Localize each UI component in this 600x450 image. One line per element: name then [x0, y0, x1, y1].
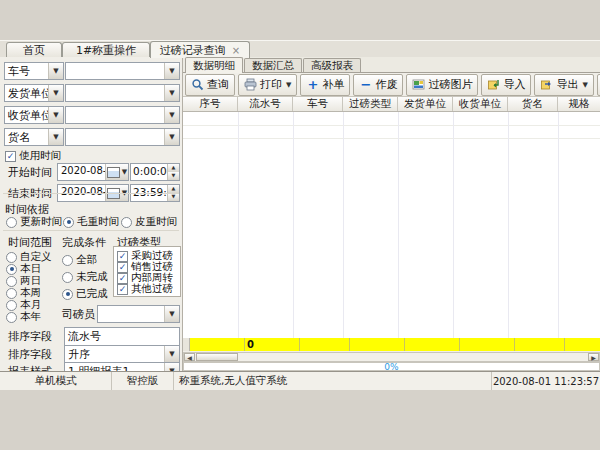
- status-mode: 单机模式: [0, 372, 112, 390]
- radio-unfinished[interactable]: 未完成: [62, 270, 108, 284]
- col-header-spec[interactable]: 规格: [558, 97, 600, 111]
- radio-update-time[interactable]: 更新时间: [6, 215, 62, 229]
- goods-value-combo[interactable]: ▼: [65, 128, 180, 146]
- print-button[interactable]: 打印 ▼: [238, 74, 297, 96]
- shipper-field-select[interactable]: 发货单位▼: [4, 84, 64, 102]
- tab-weighing-operation[interactable]: 1#称重操作: [62, 42, 150, 58]
- shipper-value-combo[interactable]: ▼: [65, 84, 180, 102]
- spinner-arrows-icon[interactable]: ▲▼: [167, 164, 179, 180]
- calendar-icon[interactable]: ▼: [105, 164, 128, 180]
- chevron-down-icon[interactable]: ▼: [164, 129, 179, 145]
- report-style-combo[interactable]: 1.明细报表1▼: [64, 362, 180, 371]
- col-header-seq[interactable]: 序号: [183, 97, 238, 111]
- horizontal-scrollbar[interactable]: ◀ ▶: [183, 352, 600, 362]
- data-panel: 数据明细 数据汇总 高级报表 查询 打印 ▼ + 补单 −: [183, 57, 600, 371]
- vehicle-no-value-combo[interactable]: ▼: [65, 62, 180, 80]
- summary-cell: [405, 338, 460, 351]
- receiver-field-select[interactable]: 收货单位▼: [4, 106, 64, 124]
- data-subtab-strip: 数据明细 数据汇总 高级报表: [183, 57, 600, 73]
- radio-gross-time[interactable]: 毛重时间: [63, 215, 119, 229]
- col-header-weigh-type[interactable]: 过磅类型: [343, 97, 398, 111]
- search-icon: [191, 78, 204, 91]
- export-button[interactable]: 导出 ▼: [534, 74, 593, 96]
- query-button[interactable]: 查询: [185, 74, 235, 96]
- summary-cell: [300, 338, 350, 351]
- chevron-down-icon[interactable]: ▼: [164, 306, 179, 322]
- chevron-down-icon[interactable]: ▼: [164, 85, 179, 101]
- status-edition: 智控版: [112, 372, 174, 390]
- summary-cell: [565, 338, 600, 351]
- tab-weighing-record-query[interactable]: 过磅记录查询 ×: [150, 41, 250, 58]
- tab-weighing-record-query-label: 过磅记录查询: [160, 43, 226, 58]
- status-bar: 单机模式 智控版 称重系统,无人值守系统 2020-08-01 11:23:57: [0, 371, 600, 390]
- void-button[interactable]: − 作废: [353, 74, 403, 96]
- chevron-down-icon[interactable]: ▼: [164, 346, 179, 362]
- receiver-value-combo[interactable]: ▼: [65, 106, 180, 124]
- chevron-down-icon[interactable]: ▼: [582, 81, 587, 89]
- sort-field-input[interactable]: 流水号: [64, 327, 180, 346]
- radio-tare-time[interactable]: 皮重时间: [121, 215, 177, 229]
- radio-icon: [6, 276, 17, 287]
- status-system-name: 称重系统,无人值守系统: [174, 372, 492, 390]
- subtab-data-summary[interactable]: 数据汇总: [244, 58, 302, 72]
- radio-this-year[interactable]: 本年: [6, 310, 41, 324]
- table-body[interactable]: [183, 112, 600, 338]
- chevron-down-icon[interactable]: ▼: [286, 81, 291, 89]
- chevron-down-icon[interactable]: ▼: [48, 63, 63, 79]
- col-header-serial-no[interactable]: 流水号: [238, 97, 293, 111]
- chevron-down-icon[interactable]: ▼: [164, 363, 179, 371]
- chevron-down-icon[interactable]: ▼: [48, 107, 63, 123]
- radio-all[interactable]: 全部: [62, 253, 97, 267]
- chevron-down-icon[interactable]: ▼: [164, 63, 179, 79]
- goods-field-select[interactable]: 货名▼: [4, 128, 64, 146]
- photo-icon: [412, 78, 425, 91]
- close-icon[interactable]: ×: [232, 45, 240, 56]
- start-time-spinner[interactable]: 0:00:00 ▲▼: [130, 163, 180, 181]
- col-header-goods[interactable]: 货名: [508, 97, 558, 111]
- tab-home[interactable]: 首页: [6, 42, 62, 58]
- col-header-shipper[interactable]: 发货单位: [398, 97, 453, 111]
- checkbox-checked-icon: ✓: [117, 284, 128, 295]
- weigh-photo-button[interactable]: 过磅图片: [406, 74, 478, 96]
- scroll-right-icon[interactable]: ▶: [588, 353, 599, 361]
- radio-icon: [6, 300, 17, 311]
- supplement-order-button[interactable]: + 补单: [300, 74, 350, 96]
- summary-cell-serial-count: 0: [245, 338, 300, 351]
- toolbar: 查询 打印 ▼ + 补单 − 作废 过磅图片 导入: [183, 73, 600, 96]
- subtab-data-detail[interactable]: 数据明细: [185, 57, 243, 73]
- time-range-label: 时间范围: [8, 235, 52, 250]
- sort-order-label: 排序字段: [8, 347, 52, 362]
- chevron-down-icon[interactable]: ▼: [48, 85, 63, 101]
- progress-label: 0%: [384, 362, 398, 372]
- chevron-down-icon[interactable]: ▼: [48, 129, 63, 145]
- import-button[interactable]: 导入: [481, 74, 531, 96]
- checkbox-other-weigh[interactable]: ✓其他过磅: [117, 282, 173, 296]
- use-time-checkbox[interactable]: ✓ 使用时间: [5, 149, 61, 163]
- radio-icon: [62, 272, 73, 283]
- printer-icon: [244, 78, 257, 91]
- filter-panel: 车号▼ ▼ 发货单位▼ ▼ 收货单位▼ ▼ 货名▼ ▼ ✓ 使用时间 开始时间 …: [0, 57, 183, 371]
- plus-icon: +: [306, 78, 319, 91]
- radio-selected-icon: [63, 217, 74, 228]
- col-header-vehicle-no[interactable]: 车号: [293, 97, 343, 111]
- progress-bar: 0%: [183, 362, 600, 371]
- summary-cell: [515, 338, 565, 351]
- radio-icon: [121, 217, 132, 228]
- scrollbar-thumb[interactable]: [196, 353, 238, 361]
- checkbox-checked-icon: ✓: [5, 151, 16, 162]
- tab-weighing-operation-label: 1#称重操作: [76, 43, 136, 58]
- finish-cond-label: 完成条件: [62, 235, 106, 250]
- export-icon: [540, 78, 553, 91]
- subtab-advanced-report[interactable]: 高级报表: [303, 58, 361, 72]
- col-header-receiver[interactable]: 收货单位: [453, 97, 508, 111]
- weigher-combo[interactable]: ▼: [97, 305, 180, 323]
- sort-order-combo[interactable]: 升序▼: [64, 345, 180, 363]
- weigh-type-box: ✓采购过磅 ✓销售过磅 ✓内部周转 ✓其他过磅: [113, 246, 181, 297]
- radio-finished[interactable]: 已完成: [62, 287, 108, 301]
- chevron-down-icon[interactable]: ▼: [164, 107, 179, 123]
- start-date-picker[interactable]: 2020-08-01 ▼: [57, 163, 129, 181]
- minus-icon: −: [359, 78, 372, 91]
- vehicle-no-field-select[interactable]: 车号▼: [4, 62, 64, 80]
- scroll-left-icon[interactable]: ◀: [184, 353, 195, 361]
- summary-row: 0: [183, 338, 600, 351]
